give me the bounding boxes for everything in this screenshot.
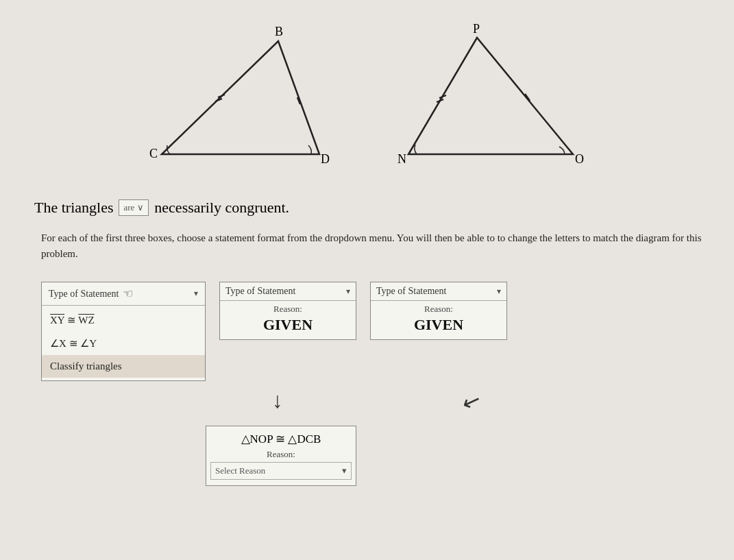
vertex-b-label: B	[275, 25, 283, 38]
proof-box-3: Type of Statement ▾ Reason: GIVEN	[370, 282, 507, 340]
vertex-c-label: C	[149, 147, 158, 160]
dropdown-chevron-icon: ∨	[137, 202, 144, 213]
conclusion-area: △NOP ≅ △DCB Reason: Select Reason ▾	[41, 426, 707, 486]
proof-box-1-title: Type of Statement	[49, 289, 119, 300]
cursor-icon: ☜	[123, 287, 133, 301]
vertex-d-label: D	[321, 152, 330, 166]
proof-box-2: Type of Statement ▾ Reason: GIVEN	[219, 282, 356, 340]
arrows-row: ↓ ↙	[206, 388, 707, 422]
dropdown-item-classify[interactable]: Classify triangles	[42, 355, 205, 378]
vertex-o-label: O	[575, 152, 584, 166]
main-container: B C D P N O	[0, 0, 734, 500]
proof-box-3-title: Type of Statement	[376, 286, 446, 297]
vertex-n-label: N	[397, 152, 406, 166]
dropdown-value: are	[123, 202, 134, 213]
statement-prefix: The triangles	[34, 199, 113, 217]
are-dropdown[interactable]: are ∨	[119, 199, 149, 216]
proof-area: Type of Statement ☜ ▾ XY ≅ WZ ∠X ≅ ∠Y Cl…	[27, 282, 707, 486]
conclusion-select-reason[interactable]: Select Reason ▾	[210, 462, 352, 480]
svg-marker-0	[162, 41, 319, 154]
arrow-diagonal-right: ↙	[458, 386, 485, 417]
proof-box-3-body: Reason: GIVEN	[371, 301, 506, 339]
instructions-text: For each of the first three boxes, choos…	[27, 230, 707, 261]
triangles-area: B C D P N O	[27, 14, 707, 178]
proof-box-2-given: GIVEN	[225, 316, 350, 334]
proof-box-1-dropdown-arrow[interactable]: ▾	[194, 289, 198, 299]
svg-marker-4	[408, 38, 573, 154]
conclusion-select-placeholder: Select Reason	[215, 465, 265, 476]
proof-box-3-header[interactable]: Type of Statement ▾	[371, 282, 506, 301]
triangles-statement: The triangles are ∨ necessarily congruen…	[27, 199, 707, 217]
dropdown-menu-items: XY ≅ WZ ∠X ≅ ∠Y Classify triangles	[42, 306, 205, 380]
proof-box-2-reason-label: Reason:	[225, 304, 350, 315]
proof-box-2-header[interactable]: Type of Statement ▾	[220, 282, 356, 301]
dropdown-item-angle-xy[interactable]: ∠X ≅ ∠Y	[42, 332, 205, 355]
dropdown-item-xy-wz[interactable]: XY ≅ WZ	[42, 308, 205, 332]
right-triangle-svg: P N O	[388, 21, 594, 178]
conclusion-select-arrow: ▾	[342, 465, 347, 476]
proof-box-3-reason-label: Reason:	[376, 304, 501, 315]
proof-box-2-title: Type of Statement	[225, 286, 295, 297]
proof-box-1: Type of Statement ☜ ▾ XY ≅ WZ ∠X ≅ ∠Y Cl…	[41, 282, 206, 381]
proof-box-3-dropdown-arrow[interactable]: ▾	[497, 287, 501, 297]
proof-box-1-header[interactable]: Type of Statement ☜ ▾	[42, 282, 205, 306]
arrow-down-middle: ↓	[272, 388, 283, 413]
proof-box-2-body: Reason: GIVEN	[220, 301, 356, 339]
proof-box-3-given: GIVEN	[376, 316, 501, 334]
conclusion-box: △NOP ≅ △DCB Reason: Select Reason ▾	[206, 426, 356, 486]
conclusion-statement: △NOP ≅ △DCB	[206, 426, 356, 449]
vertex-p-label: P	[473, 22, 480, 36]
left-triangle-svg: B C D	[141, 21, 347, 178]
statement-suffix: necessarily congruent.	[154, 199, 289, 217]
conclusion-reason-label: Reason:	[206, 449, 356, 460]
proof-top-row: Type of Statement ☜ ▾ XY ≅ WZ ∠X ≅ ∠Y Cl…	[41, 282, 707, 381]
proof-box-2-dropdown-arrow[interactable]: ▾	[346, 287, 350, 297]
